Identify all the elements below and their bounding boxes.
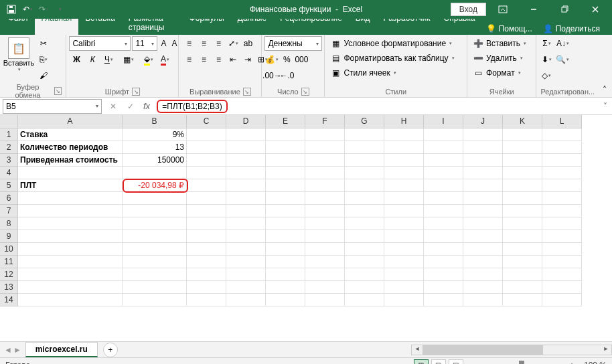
cell[interactable]	[463, 192, 503, 205]
cell[interactable]	[305, 256, 345, 268]
cell[interactable]	[305, 243, 345, 256]
cell[interactable]	[542, 179, 582, 192]
cell[interactable]	[542, 243, 582, 256]
cell[interactable]	[187, 179, 226, 192]
row-header[interactable]: 5	[0, 179, 18, 192]
align-center-icon[interactable]: ≡	[196, 52, 211, 67]
orientation-icon[interactable]: ⤢▾	[226, 36, 240, 51]
cell[interactable]	[542, 281, 582, 294]
cell[interactable]	[266, 167, 305, 179]
cell[interactable]	[266, 243, 305, 256]
cell[interactable]	[226, 243, 266, 256]
format-as-table-button[interactable]: ▤Форматировать как таблицу▾	[327, 51, 457, 66]
cell[interactable]	[503, 230, 542, 243]
share-button[interactable]: 👤Поделиться	[539, 23, 604, 35]
col-header[interactable]: K	[503, 115, 542, 128]
cell[interactable]	[305, 128, 345, 141]
cell[interactable]	[424, 294, 463, 306]
cell[interactable]	[266, 141, 305, 154]
cell[interactable]	[503, 179, 542, 192]
row-header[interactable]: 11	[0, 256, 18, 268]
formula-input[interactable]: =ПЛТ(B1;B2;B3)	[154, 99, 599, 114]
row-header[interactable]: 4	[0, 167, 18, 179]
align-left-icon[interactable]: ≡	[181, 52, 196, 67]
col-header[interactable]: L	[542, 115, 582, 128]
border-button[interactable]: ▦▾	[121, 52, 136, 67]
cell[interactable]	[384, 167, 424, 179]
col-header[interactable]: D	[226, 115, 266, 128]
cell[interactable]	[345, 167, 384, 179]
accounting-format-icon[interactable]: 💰▾	[264, 52, 279, 67]
cell[interactable]	[345, 268, 384, 281]
cell[interactable]	[305, 230, 345, 243]
cell[interactable]	[305, 154, 345, 167]
cell[interactable]	[463, 256, 503, 268]
wrap-text-icon[interactable]: ab	[240, 36, 255, 51]
cell[interactable]	[503, 154, 542, 167]
name-box[interactable]: B5▾	[3, 99, 102, 114]
cell[interactable]	[226, 167, 266, 179]
italic-button[interactable]: К	[85, 52, 100, 67]
cell[interactable]: -20 034,98 ₽	[123, 179, 187, 192]
cell[interactable]	[187, 268, 226, 281]
cell[interactable]	[424, 256, 463, 268]
cancel-formula-icon[interactable]: ✕	[104, 99, 122, 114]
sheet-tab[interactable]: microexcel.ru	[25, 342, 98, 357]
row-header[interactable]: 13	[0, 281, 18, 294]
cell[interactable]	[345, 230, 384, 243]
cell[interactable]	[424, 230, 463, 243]
cell[interactable]	[18, 268, 123, 281]
cell[interactable]	[187, 217, 226, 230]
cell[interactable]	[384, 256, 424, 268]
page-layout-view-icon[interactable]: ▤	[431, 359, 446, 365]
cell[interactable]	[384, 217, 424, 230]
cell[interactable]	[463, 268, 503, 281]
cell[interactable]	[18, 294, 123, 306]
col-header[interactable]: A	[18, 115, 123, 128]
minimize-icon[interactable]	[520, 0, 548, 19]
row-header[interactable]: 12	[0, 268, 18, 281]
cell[interactable]	[424, 154, 463, 167]
cell[interactable]	[503, 128, 542, 141]
cell[interactable]	[305, 141, 345, 154]
cell[interactable]	[384, 294, 424, 306]
cell[interactable]	[18, 230, 123, 243]
cell[interactable]	[266, 192, 305, 205]
cell[interactable]	[226, 268, 266, 281]
cell[interactable]	[345, 243, 384, 256]
cut-icon[interactable]: ✂	[36, 36, 51, 51]
col-header[interactable]: J	[463, 115, 503, 128]
cell[interactable]	[463, 230, 503, 243]
cell[interactable]	[542, 141, 582, 154]
cell[interactable]: 150000	[123, 154, 187, 167]
decrease-decimal-icon[interactable]: ←.0	[279, 68, 294, 83]
row-header[interactable]: 2	[0, 141, 18, 154]
cell[interactable]	[463, 243, 503, 256]
normal-view-icon[interactable]: ▦	[414, 359, 429, 365]
tell-me-button[interactable]: 💡Помощ...	[482, 23, 536, 35]
cell[interactable]	[266, 154, 305, 167]
fill-icon[interactable]: ⬇▾	[539, 52, 554, 67]
cell[interactable]	[503, 192, 542, 205]
cell[interactable]: Приведенная стоимость	[18, 154, 123, 167]
cell-grid[interactable]: Ставка9%Количество периодов13Приведенная…	[18, 128, 582, 341]
cell[interactable]	[542, 205, 582, 217]
font-name-combo[interactable]: Calibri▾	[69, 36, 131, 51]
cell[interactable]	[226, 281, 266, 294]
cell[interactable]	[424, 243, 463, 256]
cell[interactable]	[123, 243, 187, 256]
cell[interactable]	[187, 128, 226, 141]
cell[interactable]	[305, 268, 345, 281]
cell[interactable]	[542, 256, 582, 268]
cell[interactable]	[463, 167, 503, 179]
cell[interactable]	[463, 294, 503, 306]
cell[interactable]	[463, 154, 503, 167]
cell[interactable]	[187, 141, 226, 154]
cell[interactable]	[187, 243, 226, 256]
cell[interactable]	[503, 281, 542, 294]
cell[interactable]	[542, 294, 582, 306]
cell[interactable]	[226, 154, 266, 167]
page-break-view-icon[interactable]: ▣	[449, 359, 463, 365]
cell[interactable]	[266, 205, 305, 217]
sort-filter-icon[interactable]: A↓▾	[555, 36, 570, 51]
